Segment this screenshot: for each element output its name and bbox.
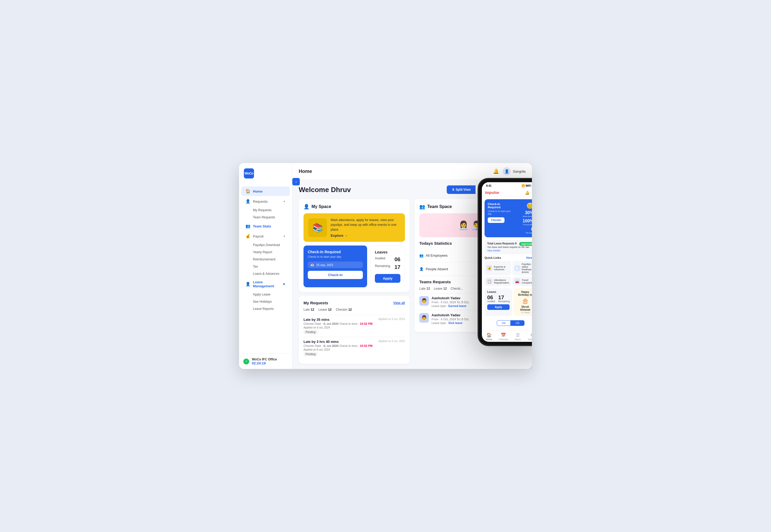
team-space-title: Team Space <box>427 204 452 209</box>
calendar-icon: 📅 <box>496 333 511 338</box>
office-time: 02:24:19 <box>252 361 277 365</box>
birthday-more: +2 more <box>516 311 532 314</box>
approved-badge: Approved <box>519 242 532 246</box>
sidebar-item-team-stats[interactable]: 👥 Team Stats <box>241 221 290 231</box>
view-all-quick-links[interactable]: View all <box>526 256 532 259</box>
view-all-link[interactable]: View all <box>393 301 405 305</box>
attendance-value: 30% <box>523 210 532 215</box>
ql-label: Expense & Advances <box>494 265 509 271</box>
teams-tab-late[interactable]: Late 12 <box>419 287 430 290</box>
sidebar-item-tax[interactable]: Tax <box>251 263 292 270</box>
tab-late[interactable]: Late 12 <box>304 308 314 311</box>
phone-status-bar: 9:41 📶 WiFi 🔋 <box>482 182 532 188</box>
status-badge: Pending <box>304 330 318 334</box>
sidebar-item-team-requests[interactable]: Team Requests <box>251 214 292 221</box>
phone-mockup: 9:41 📶 WiFi 🔋 Impulse 🔔 👤 <box>479 179 532 345</box>
sidebar-item-home[interactable]: 🏠 Home <box>241 186 290 196</box>
split-view-button[interactable]: ⏸ Split View <box>447 185 475 194</box>
birthday-cake-icon: 🎂 <box>516 297 532 304</box>
punctuality-label: Punctuality <box>522 223 532 226</box>
teams-tab-checkin[interactable]: Checki... <box>450 287 463 290</box>
leave-icon: 👤 <box>246 282 250 286</box>
birthday-card: Happy Birthday to 🎂 Shruti Ahlawat +2 mo… <box>513 288 532 316</box>
sidebar-item-apply-leave[interactable]: Apply Leave <box>251 291 292 298</box>
view-details-link[interactable]: View Details <box>487 249 500 252</box>
phone-nav-calendar[interactable]: 📅 Calendar <box>496 333 511 341</box>
welcome-heading: Welcome Dhruv <box>299 186 351 194</box>
quick-links-grid: 💰 Expense & Advances 📄 Payslips, salary … <box>484 261 532 286</box>
phone-leave-notif: Total Leave Requests 8 Approved You have… <box>484 240 532 254</box>
checkin-card: Check-In Required Check-In to start your… <box>304 246 367 287</box>
tab-leave[interactable]: Leave 12 <box>318 308 332 311</box>
attendance-label: Attendance <box>523 215 532 218</box>
list-item[interactable]: 📋 Attendance Regularisation <box>484 277 511 286</box>
my-space-panel: 👤 My Space 📚 Mark attendance, apply for … <box>299 199 410 292</box>
chevron-down-icon: ▼ <box>283 235 286 238</box>
availed-value: 06 <box>395 256 400 263</box>
calendar-icon: 📅 <box>310 263 314 267</box>
sidebar: WoCo 🏠 Home 👤 Requests ▼ My Requests Tea… <box>239 163 292 369</box>
payroll-submenu: Payslips Download Yearly Report Reimburs… <box>239 242 292 277</box>
tab-checkin[interactable]: Checkin 12 <box>336 308 352 311</box>
phone-signals: 📶 WiFi 🔋 <box>521 184 532 187</box>
avatar: 👨 <box>419 313 429 323</box>
sidebar-item-yearly-report[interactable]: Yearly Report <box>251 249 292 256</box>
sidebar-item-my-requests[interactable]: My Requests <box>251 207 292 214</box>
sidebar-item-reimbursement[interactable]: Reimbursement <box>251 256 292 263</box>
promo-text: Mark attendance, apply for leaves, view … <box>331 218 400 232</box>
phone-availed-val: 06 <box>487 295 495 300</box>
user-menu[interactable]: 👤 Sangrila <box>503 167 525 175</box>
mood-emoji: 😊 <box>526 202 532 209</box>
settings-icon: ⚙ <box>525 333 532 338</box>
team-space-icon: 👥 <box>419 204 425 210</box>
phone-apply-button[interactable]: Apply <box>487 304 509 310</box>
home-icon: 🏠 <box>246 189 250 194</box>
teams-tab-leave[interactable]: Leave 12 <box>434 287 447 290</box>
requests-submenu: My Requests Team Requests <box>239 207 292 221</box>
offsites-value: 0 <box>525 227 532 232</box>
us-toggle-button[interactable]: US <box>511 320 524 326</box>
payslips-icon: 📄 <box>514 265 520 271</box>
phone-nav-home[interactable]: 🏠 Home <box>482 333 496 341</box>
availed-label: Availed <box>375 256 385 263</box>
sidebar-item-payslips[interactable]: Payslips Download <box>251 242 292 248</box>
leaves-card: Leaves Availed 06 Remaining 17 Apply <box>370 246 405 287</box>
list-item[interactable]: 🚗 Travel Companion <box>512 277 532 286</box>
phone-remaining-val: 17 <box>498 295 509 300</box>
avatar: 👨 <box>419 296 429 306</box>
me-toggle-button[interactable]: me <box>497 320 511 326</box>
office-status-dot: ✓ <box>243 359 249 364</box>
notification-icon[interactable]: 🔔 <box>493 168 499 174</box>
sidebar-item-see-holidays[interactable]: See Holidays <box>251 298 292 305</box>
my-space-title: My Space <box>312 204 331 209</box>
back-button[interactable]: ‹ <box>292 178 300 185</box>
sidebar-item-requests[interactable]: 👤 Requests ▼ <box>241 197 290 206</box>
punctuality-value: 100% <box>522 219 532 223</box>
table-row: Applied on 6 oct, 2024 Late by 3 hrs 40 … <box>304 337 405 359</box>
sidebar-item-leave-reports[interactable]: Leave Reports <box>251 305 292 312</box>
explore-link[interactable]: Explore → <box>331 234 400 238</box>
phone-checkin-button[interactable]: Checkin <box>488 217 504 223</box>
phone-notif-icon[interactable]: 🔔 <box>525 190 529 195</box>
list-item[interactable]: 💰 Expense & Advances <box>484 261 511 275</box>
ql-label: Travel Companion <box>522 279 532 284</box>
phone-nav-settings[interactable]: ⚙ Settings <box>525 333 532 341</box>
page-title: Home <box>299 169 312 174</box>
logo-box: WoCo <box>244 168 254 178</box>
request-tabs: Late 12 Leave 12 Checkin 12 <box>304 308 405 311</box>
home-icon: 🏠 <box>482 333 496 338</box>
sidebar-item-payroll[interactable]: 💰 Payroll ▼ <box>241 231 290 241</box>
phone-checkin-card: Check-In Required Check-In to start your… <box>484 199 532 237</box>
sidebar-nav: 🏠 Home 👤 Requests ▼ My Requests Team Req… <box>239 184 292 354</box>
my-requests-panel: My Requests View all Late 12 Leave 12 Ch… <box>299 296 410 364</box>
sidebar-item-loans[interactable]: Loans & Advances <box>251 270 292 277</box>
checkin-date: 25 sep, 2023 <box>316 263 333 267</box>
me-us-toggle: me US <box>484 320 532 326</box>
sidebar-item-leave-mgmt[interactable]: 👤 Leave Management ▼ <box>241 278 290 290</box>
apply-leave-button[interactable]: Apply <box>375 274 400 283</box>
checkin-button[interactable]: Check-in <box>308 271 363 279</box>
quick-links-title: Quick Links <box>484 256 501 259</box>
list-item[interactable]: 📄 Payslips, salary breakups &more <box>512 261 532 275</box>
phone-nav-menu[interactable]: ☰ Menu <box>511 333 525 341</box>
top-bar: Home 🔔 👤 Sangrila <box>292 163 532 180</box>
